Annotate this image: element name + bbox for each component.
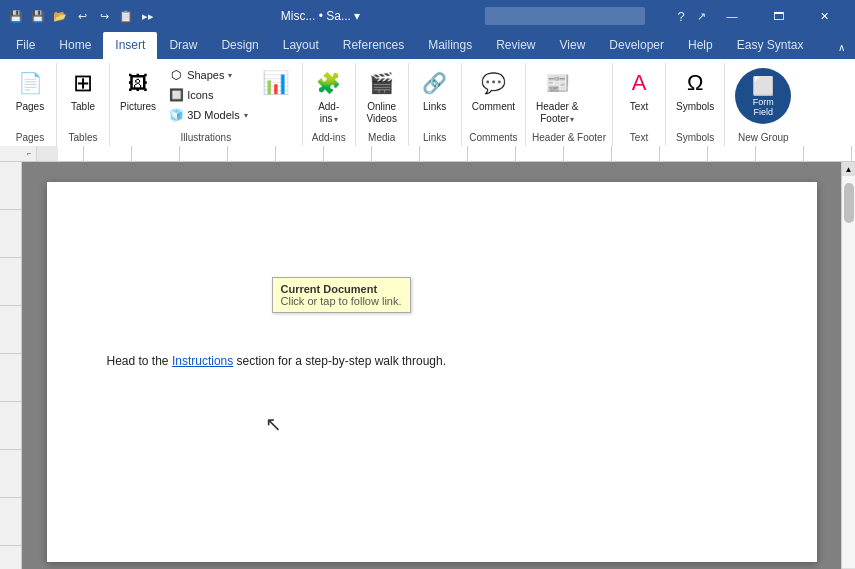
pictures-button[interactable]: 🖼 Pictures (116, 65, 160, 115)
ribbon-group-pages: 📄 Pages Pages (4, 63, 57, 146)
pages-label: Pages (16, 101, 44, 113)
window-controls: — 🗖 ✕ (709, 0, 847, 32)
side-ruler (0, 162, 22, 569)
ribbon-group-header-footer: 📰 Header &Footer▾ Header & Footer (526, 63, 613, 146)
ribbon-content: 📄 Pages Pages ⊞ Table Tables 🖼 Pictures … (0, 59, 855, 146)
comment-label: Comment (472, 101, 515, 113)
share-icon[interactable]: ↗ (693, 8, 709, 24)
ribbon-tabs: File Home Insert Draw Design Layout Refe… (0, 32, 855, 59)
new-group-label: New Group (731, 129, 795, 146)
tab-view[interactable]: View (548, 32, 598, 59)
comments-group-label: Comments (468, 129, 519, 146)
scrollbar-up-button[interactable]: ▲ (842, 162, 856, 176)
tooltip-body: Click or tap to follow link. (281, 295, 402, 307)
symbols-group-label: Symbols (672, 129, 718, 146)
ribbon-group-text: A Text Text (613, 63, 666, 146)
pages-icon: 📄 (14, 67, 46, 99)
pictures-label: Pictures (120, 101, 156, 113)
ribbon-collapse-button[interactable]: ∧ (832, 40, 851, 55)
tab-home[interactable]: Home (47, 32, 103, 59)
shapes-label: Shapes (187, 69, 224, 81)
links-button[interactable]: 🔗 Links (415, 65, 455, 115)
table-button[interactable]: ⊞ Table (63, 65, 103, 115)
3d-models-caret: ▾ (244, 111, 248, 120)
text-icon: A (623, 67, 655, 99)
addins-label: Add-ins▾ (318, 101, 339, 125)
view-area: ⌐ // This is in SVG, won't execute - dec… (0, 146, 855, 569)
tab-developer[interactable]: Developer (597, 32, 676, 59)
addins-button[interactable]: 🧩 Add-ins▾ (309, 65, 349, 127)
more-icon[interactable]: ▸▸ (140, 8, 156, 24)
open-icon[interactable]: 📂 (52, 8, 68, 24)
ribbon-group-media: 🎬 OnlineVideos Media (356, 63, 409, 146)
pages-button[interactable]: 📄 Pages (10, 65, 50, 115)
close-button[interactable]: ✕ (801, 0, 847, 32)
tab-review[interactable]: Review (484, 32, 547, 59)
form-field-label: FormField (753, 97, 774, 117)
3d-models-label: 3D Models (187, 109, 240, 121)
maximize-button[interactable]: 🗖 (755, 0, 801, 32)
tab-references[interactable]: References (331, 32, 416, 59)
save2-icon[interactable]: 💾 (30, 8, 46, 24)
print-icon[interactable]: 📋 (118, 8, 134, 24)
pages-group-label: Pages (10, 129, 50, 146)
tab-easy-syntax[interactable]: Easy Syntax (725, 32, 816, 59)
online-videos-button[interactable]: 🎬 OnlineVideos (362, 65, 402, 127)
smartart-button[interactable]: 📊 (256, 65, 296, 103)
header-footer-icon: 📰 (541, 67, 573, 99)
ruler: ⌐ // This is in SVG, won't execute - dec… (0, 146, 855, 162)
tab-help[interactable]: Help (676, 32, 725, 59)
tab-insert[interactable]: Insert (103, 32, 157, 59)
doc-page: Current Document Click or tap to follow … (47, 182, 817, 562)
titlebar-title: Misc... • Sa... ▾ (156, 9, 485, 23)
tooltip: Current Document Click or tap to follow … (272, 277, 411, 313)
icons-button[interactable]: 🔲 Icons (164, 85, 252, 105)
search-input[interactable] (485, 7, 645, 25)
tab-mailings[interactable]: Mailings (416, 32, 484, 59)
table-label: Table (71, 101, 95, 113)
addins-group-label: Add-ins (309, 129, 349, 146)
doc-area[interactable]: Current Document Click or tap to follow … (22, 162, 841, 569)
tables-group-label: Tables (63, 129, 103, 146)
illustrations-group-label: Illustrations (116, 129, 296, 146)
titlebar-quick-access: 💾 💾 📂 ↩ ↪ 📋 ▸▸ (8, 8, 156, 24)
vertical-scrollbar[interactable]: ▲ ▼ (841, 162, 855, 569)
minimize-button[interactable]: — (709, 0, 755, 32)
text-group-label: Text (619, 129, 659, 146)
text-button[interactable]: A Text (619, 65, 659, 115)
scrollbar-thumb[interactable] (844, 183, 854, 223)
redo-icon[interactable]: ↪ (96, 8, 112, 24)
tab-draw[interactable]: Draw (157, 32, 209, 59)
tab-design[interactable]: Design (209, 32, 270, 59)
illustrations-stack: ⬡ Shapes ▾ 🔲 Icons 🧊 3D Models ▾ (164, 65, 252, 125)
tooltip-title: Current Document (281, 283, 402, 295)
shapes-caret: ▾ (228, 71, 232, 80)
cursor: ↖ (265, 412, 282, 436)
tab-file[interactable]: File (4, 32, 47, 59)
links-label: Links (423, 101, 446, 113)
addins-icon: 🧩 (313, 67, 345, 99)
ribbon-group-new: ⬜ FormField New Group (725, 63, 801, 146)
symbols-button[interactable]: Ω Symbols (672, 65, 718, 115)
ribbon-group-illustrations: 🖼 Pictures ⬡ Shapes ▾ 🔲 Icons 🧊 3D Model… (110, 63, 303, 146)
undo-icon[interactable]: ↩ (74, 8, 90, 24)
help-icon[interactable]: ? (673, 8, 689, 24)
instructions-link[interactable]: Instructions (172, 354, 233, 368)
save-icon[interactable]: 💾 (8, 8, 24, 24)
links-icon: 🔗 (419, 67, 451, 99)
header-footer-button[interactable]: 📰 Header &Footer▾ (532, 65, 582, 127)
shapes-icon: ⬡ (168, 67, 184, 83)
comment-button[interactable]: 💬 Comment (468, 65, 519, 115)
ribbon-group-tables: ⊞ Table Tables (57, 63, 110, 146)
doc-text: Head to the Instructions section for a s… (107, 352, 757, 370)
online-videos-icon: 🎬 (366, 67, 398, 99)
shapes-button[interactable]: ⬡ Shapes ▾ (164, 65, 252, 85)
scrollbar-track[interactable] (842, 176, 856, 568)
3d-models-icon: 🧊 (168, 107, 184, 123)
form-field-button[interactable]: ⬜ FormField (735, 68, 791, 124)
ruler-corner[interactable]: ⌐ (22, 149, 36, 158)
content-area: Current Document Click or tap to follow … (0, 162, 855, 569)
header-footer-group-label: Header & Footer (532, 129, 606, 146)
3d-models-button[interactable]: 🧊 3D Models ▾ (164, 105, 252, 125)
tab-layout[interactable]: Layout (271, 32, 331, 59)
